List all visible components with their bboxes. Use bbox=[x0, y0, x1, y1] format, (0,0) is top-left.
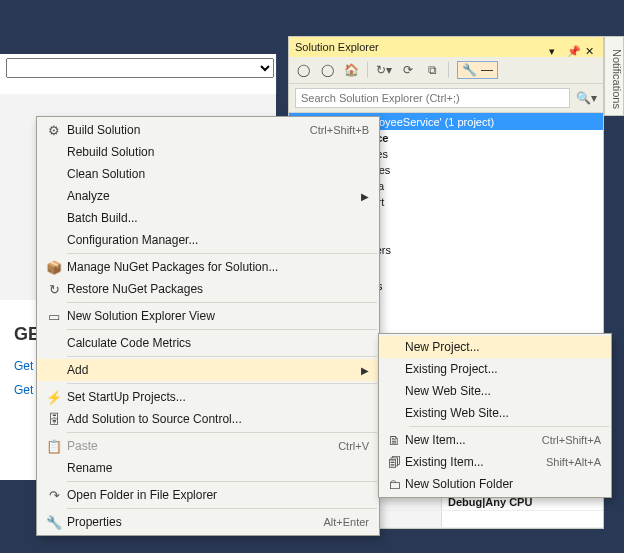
home-icon[interactable]: 🏠 bbox=[343, 62, 359, 78]
menu-item-label: Rename bbox=[67, 461, 369, 475]
menu-item-shortcut: Ctrl+Shift+A bbox=[542, 434, 601, 446]
properties-toolbar-button[interactable]: 🔧 — bbox=[457, 61, 498, 79]
menu-separator bbox=[67, 253, 377, 254]
property-value bbox=[442, 511, 603, 527]
close-icon[interactable]: ✕ bbox=[585, 41, 597, 53]
wrench-icon: 🔧 bbox=[462, 63, 477, 77]
props-icon: 🔧 bbox=[46, 515, 62, 530]
menu-item[interactable]: ↷Open Folder in File Explorer bbox=[37, 484, 379, 506]
menu-item-label: New Solution Explorer View bbox=[67, 309, 369, 323]
menu-item[interactable]: 🗀New Solution Folder bbox=[379, 473, 611, 495]
menu-item-label: Set StartUp Projects... bbox=[67, 390, 369, 404]
submenu-arrow-icon: ▶ bbox=[361, 365, 369, 376]
solfolder-icon: 🗀 bbox=[388, 477, 401, 492]
folder-icon: ↷ bbox=[49, 488, 60, 503]
menu-item[interactable]: 🗄Add Solution to Source Control... bbox=[37, 408, 379, 430]
menu-item-label: Analyze bbox=[67, 189, 355, 203]
notifications-tab[interactable]: Notifications bbox=[604, 36, 624, 116]
menu-item-label: Add bbox=[67, 363, 355, 377]
menu-item[interactable]: Rename bbox=[37, 457, 379, 479]
menu-item[interactable]: 🔧PropertiesAlt+Enter bbox=[37, 511, 379, 533]
menu-item-label: Batch Build... bbox=[67, 211, 369, 225]
menu-item[interactable]: Existing Web Site... bbox=[379, 402, 611, 424]
search-icon[interactable]: 🔍▾ bbox=[576, 91, 597, 105]
editor-nav-dropdown[interactable] bbox=[6, 58, 274, 78]
menu-item[interactable]: Add▶ bbox=[37, 359, 379, 381]
menu-separator bbox=[67, 383, 377, 384]
context-menu: ⚙Build SolutionCtrl+Shift+BRebuild Solut… bbox=[36, 116, 380, 536]
minus-icon: — bbox=[481, 63, 493, 77]
menu-item[interactable]: ⚙Build SolutionCtrl+Shift+B bbox=[37, 119, 379, 141]
menu-item-label: Configuration Manager... bbox=[67, 233, 369, 247]
menu-item-label: Existing Web Site... bbox=[405, 406, 601, 420]
menu-item[interactable]: 🗐Existing Item...Shift+Alt+A bbox=[379, 451, 611, 473]
menu-item-label: Build Solution bbox=[67, 123, 310, 137]
window-icon: ▭ bbox=[48, 309, 60, 324]
menu-item[interactable]: New Project... bbox=[379, 336, 611, 358]
menu-item[interactable]: Rebuild Solution bbox=[37, 141, 379, 163]
dropdown-icon[interactable]: ▾ bbox=[549, 41, 561, 53]
menu-item[interactable]: Batch Build... bbox=[37, 207, 379, 229]
menu-item-label: Properties bbox=[67, 515, 323, 529]
menu-item-label: New Web Site... bbox=[405, 384, 601, 398]
refresh-icon[interactable]: ⟳ bbox=[400, 62, 416, 78]
menu-item-shortcut: Alt+Enter bbox=[323, 516, 369, 528]
menu-item-label: Existing Project... bbox=[405, 362, 601, 376]
editor-nav-bar bbox=[0, 54, 277, 94]
menu-item[interactable]: Configuration Manager... bbox=[37, 229, 379, 251]
startup-icon: ⚡ bbox=[46, 390, 62, 405]
restore-icon: ↻ bbox=[49, 282, 60, 297]
menu-item[interactable]: Calculate Code Metrics bbox=[37, 332, 379, 354]
forward-icon[interactable]: ◯ bbox=[319, 62, 335, 78]
menu-item: 📋PasteCtrl+V bbox=[37, 435, 379, 457]
menu-item-shortcut: Ctrl+V bbox=[338, 440, 369, 452]
nuget-icon: 📦 bbox=[46, 260, 62, 275]
menu-separator bbox=[67, 508, 377, 509]
menu-item[interactable]: ▭New Solution Explorer View bbox=[37, 305, 379, 327]
menu-item-label: Rebuild Solution bbox=[67, 145, 369, 159]
menu-item[interactable]: 🗎New Item...Ctrl+Shift+A bbox=[379, 429, 611, 451]
menu-item[interactable]: 📦Manage NuGet Packages for Solution... bbox=[37, 256, 379, 278]
back-icon[interactable]: ◯ bbox=[295, 62, 311, 78]
scc-icon: 🗄 bbox=[48, 412, 61, 427]
sync-icon[interactable]: ↻▾ bbox=[376, 62, 392, 78]
solution-explorer-search-input[interactable] bbox=[295, 88, 570, 108]
submenu-arrow-icon: ▶ bbox=[361, 191, 369, 202]
menu-item-label: New Project... bbox=[405, 340, 601, 354]
menu-item-label: Manage NuGet Packages for Solution... bbox=[67, 260, 369, 274]
menu-separator bbox=[67, 356, 377, 357]
solution-explorer-title: Solution Explorer bbox=[295, 37, 379, 57]
menu-item-shortcut: Ctrl+Shift+B bbox=[310, 124, 369, 136]
newitem-icon: 🗎 bbox=[388, 433, 401, 448]
menu-separator bbox=[67, 302, 377, 303]
menu-item-label: Open Folder in File Explorer bbox=[67, 488, 369, 502]
menu-separator bbox=[409, 426, 609, 427]
menu-item[interactable]: Existing Project... bbox=[379, 358, 611, 380]
menu-separator bbox=[67, 432, 377, 433]
pin-icon[interactable]: 📌 bbox=[567, 41, 579, 53]
menu-item[interactable]: ↻Restore NuGet Packages bbox=[37, 278, 379, 300]
menu-item-label: Paste bbox=[67, 439, 338, 453]
menu-item[interactable]: New Web Site... bbox=[379, 380, 611, 402]
menu-item-label: New Item... bbox=[405, 433, 542, 447]
paste-icon: 📋 bbox=[46, 439, 62, 454]
menu-item-shortcut: Shift+Alt+A bbox=[546, 456, 601, 468]
menu-item-label: Clean Solution bbox=[67, 167, 369, 181]
menu-separator bbox=[67, 329, 377, 330]
solution-explorer-toolbar: ◯ ◯ 🏠 ↻▾ ⟳ ⧉ 🔧 — bbox=[289, 57, 603, 84]
build-icon: ⚙ bbox=[48, 123, 60, 138]
menu-item-label: Existing Item... bbox=[405, 455, 546, 469]
existitem-icon: 🗐 bbox=[388, 455, 401, 470]
menu-item-label: Calculate Code Metrics bbox=[67, 336, 369, 350]
menu-item-label: Restore NuGet Packages bbox=[67, 282, 369, 296]
menu-item-label: New Solution Folder bbox=[405, 477, 601, 491]
menu-item[interactable]: Clean Solution bbox=[37, 163, 379, 185]
menu-separator bbox=[67, 481, 377, 482]
menu-item[interactable]: ⚡Set StartUp Projects... bbox=[37, 386, 379, 408]
collapse-icon[interactable]: ⧉ bbox=[424, 62, 440, 78]
add-submenu: New Project...Existing Project...New Web… bbox=[378, 333, 612, 498]
menu-item-label: Add Solution to Source Control... bbox=[67, 412, 369, 426]
menu-item[interactable]: Analyze▶ bbox=[37, 185, 379, 207]
